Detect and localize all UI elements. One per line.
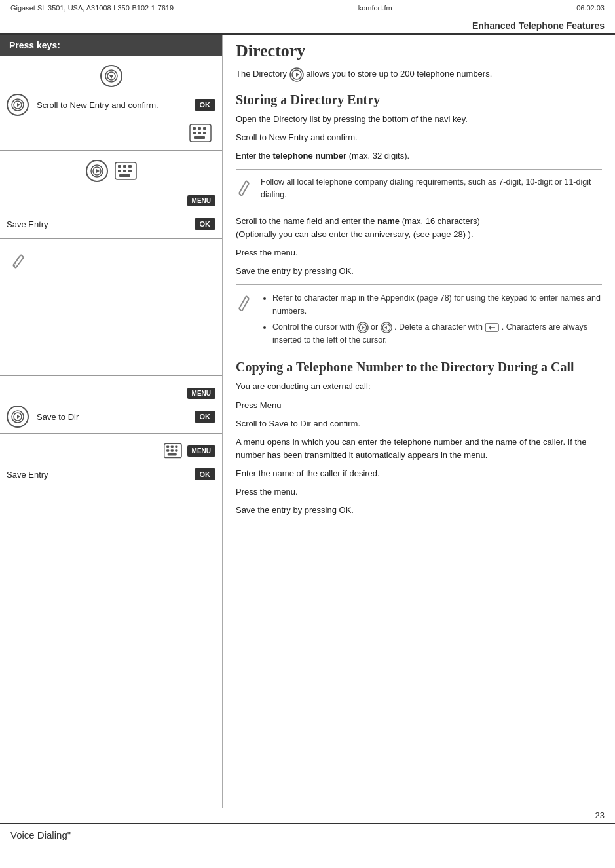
svg-rect-9: [203, 127, 206, 130]
svg-rect-12: [203, 132, 206, 134]
svg-rect-7: [193, 127, 196, 130]
svg-rect-20: [128, 165, 132, 168]
kbd-menu-row: MENU: [0, 436, 222, 462]
cursor-nav-icon-2: [381, 322, 392, 333]
save-to-dir-label: Save to Dir: [31, 412, 195, 422]
svg-line-49: [246, 296, 249, 299]
step-open-directory: Open the Directory list by pressing the …: [236, 113, 602, 126]
save-entry-label-1: Save Entry: [7, 219, 195, 229]
copying-step-3: A menu opens in which you can enter the …: [236, 436, 602, 462]
svg-marker-43: [296, 73, 299, 77]
svg-rect-8: [198, 127, 201, 130]
menu-button-3[interactable]: MENU: [187, 445, 215, 457]
menu-button-2[interactable]: MENU: [187, 388, 215, 399]
bullet-notes-text: Refer to character map in the Appendix (…: [261, 292, 602, 349]
nav-down-icon: [100, 65, 122, 87]
svg-marker-54: [362, 326, 365, 330]
svg-rect-23: [128, 170, 132, 172]
directory-nav-icon: [289, 67, 304, 82]
nav-icon-new-entry: [7, 94, 29, 116]
directory-title: Directory: [236, 41, 602, 61]
save-entry-ok-button-2[interactable]: OK: [195, 468, 216, 480]
save-entry-label-2: Save Entry: [7, 470, 195, 480]
kbd-row-1: [0, 120, 222, 147]
svg-marker-16: [96, 169, 100, 173]
svg-rect-38: [170, 449, 173, 451]
footer-bar: Voice Dialing": [0, 823, 615, 846]
svg-marker-5: [17, 103, 20, 107]
page-title: Enhanced Telephone Features: [0, 16, 615, 35]
copying-intro: You are conducting an external call:: [236, 380, 602, 393]
copying-step-4: Enter the name of the caller if desired.: [236, 467, 602, 480]
svg-rect-11: [198, 132, 201, 134]
keyboard-icon-1: [189, 124, 212, 142]
menu-button-1[interactable]: MENU: [187, 195, 215, 206]
nav-icon-2: [86, 160, 108, 182]
svg-marker-2: [109, 75, 113, 79]
save-entry-row-1: Save Entry OK: [0, 212, 222, 236]
menu-row-1: MENU: [0, 189, 222, 212]
step-scroll-name: Scroll to the name field and enter the n…: [236, 215, 602, 241]
step-press-menu: Press the menu.: [236, 246, 602, 259]
svg-rect-37: [166, 449, 169, 451]
svg-rect-21: [118, 170, 121, 172]
svg-rect-34: [166, 446, 169, 448]
step-scroll-new-entry: Scroll to New Entry and confirm.: [236, 131, 602, 144]
svg-rect-40: [167, 453, 176, 455]
nav-kbd-row: [0, 153, 222, 189]
press-keys-header: Press keys:: [0, 35, 222, 56]
svg-marker-57: [384, 326, 386, 330]
divider-2: [236, 208, 602, 208]
svg-rect-18: [118, 165, 121, 168]
main-content: Press keys: Scroll to New Entry: [0, 35, 615, 808]
note-pencil-icon-1: [236, 178, 254, 199]
left-column: Press keys: Scroll to New Entry: [0, 35, 223, 808]
right-column: Directory The Directory allows you to st…: [223, 35, 615, 808]
svg-line-25: [13, 255, 21, 265]
svg-rect-39: [175, 449, 177, 451]
bullet-note-box: Refer to character map in the Appendix (…: [236, 292, 602, 349]
svg-rect-13: [194, 136, 205, 139]
svg-line-26: [21, 255, 24, 257]
svg-line-48: [239, 296, 246, 309]
header-right: 06.02.03: [576, 4, 605, 12]
copying-step-1: Press Menu: [236, 399, 602, 412]
footer-left-text: Voice Dialing": [10, 829, 71, 840]
bullet-note-item-1: Refer to character map in the Appendix (…: [272, 292, 602, 318]
divider-3: [236, 284, 602, 285]
page-number: 23: [0, 808, 615, 823]
header-bar: Gigaset SL 3501, USA, A31008-L350-B102-1…: [0, 0, 615, 16]
header-center: komfort.fm: [358, 4, 392, 12]
svg-rect-10: [193, 132, 196, 134]
cursor-nav-icon-1: [357, 322, 369, 333]
svg-rect-24: [119, 174, 130, 177]
note-text-1: Follow all local telephone company diali…: [261, 176, 602, 201]
note-pencil-icon-2: [236, 293, 254, 314]
header-left: Gigaset SL 3501, USA, A31008-L350-B102-1…: [10, 4, 174, 12]
svg-line-44: [239, 181, 246, 193]
svg-marker-32: [17, 415, 20, 419]
nav-icon-save-dir: [7, 406, 29, 428]
new-entry-label: Scroll to New Entry and confirm.: [31, 100, 195, 110]
directory-intro-text: The Directory: [236, 69, 289, 79]
new-entry-row: Scroll to New Entry and confirm. OK: [0, 90, 222, 120]
directory-intro-para: The Directory allows you to store up to …: [236, 67, 602, 82]
new-entry-ok-button[interactable]: OK: [195, 99, 216, 111]
copying-step-2: Scroll to Save to Dir and confirm.: [236, 417, 602, 430]
save-to-dir-ok-button[interactable]: OK: [195, 411, 216, 423]
svg-rect-36: [175, 446, 177, 448]
nav-down-row: [0, 56, 222, 90]
copying-step-5: Press the menu.: [236, 485, 602, 499]
bullet-notes-spacer: [0, 242, 222, 373]
svg-rect-22: [123, 170, 126, 172]
svg-rect-19: [123, 165, 126, 168]
note-box-1: Follow all local telephone company diali…: [236, 176, 602, 201]
keyboard-icon-3: [164, 443, 182, 459]
save-entry-ok-button-1[interactable]: OK: [195, 218, 216, 230]
note-pencil-icon: [9, 251, 28, 269]
save-entry-row-2: Save Entry OK: [0, 462, 222, 486]
bullet-note-item-2: Control the cursor with or . Delet: [272, 320, 602, 347]
directory-intro-text2: allows you to store up to 200 telephone …: [306, 69, 492, 79]
step-enter-number: Enter the telephone number (max. 32 digi…: [236, 149, 602, 162]
svg-marker-60: [489, 326, 491, 330]
